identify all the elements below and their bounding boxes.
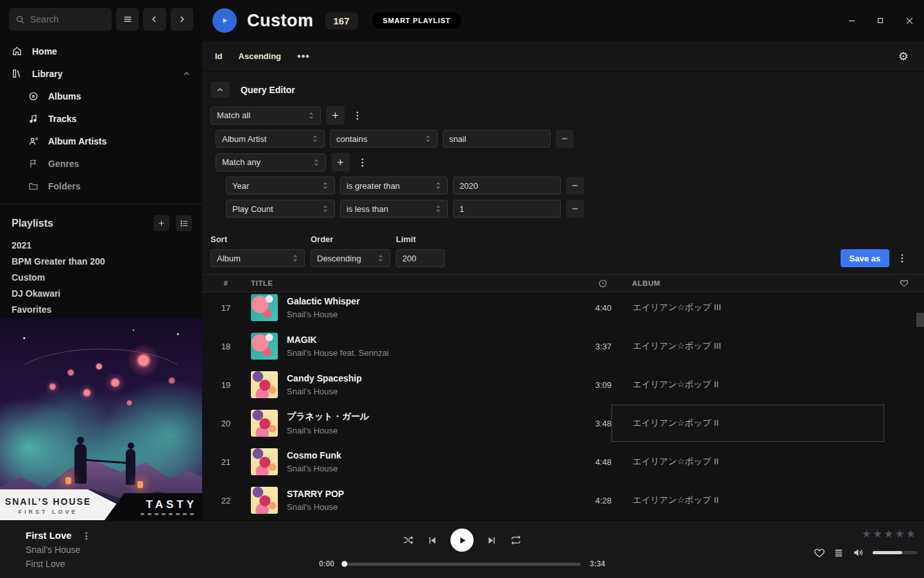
- table-row[interactable]: 20 プラネット・ガール Snail’s House 3:48 エイリアン☆ポッ…: [202, 404, 924, 442]
- table-row[interactable]: 19 Candy Spaceship Snail’s House 3:09 エイ…: [202, 365, 924, 404]
- sort-field-button[interactable]: Id: [215, 51, 223, 61]
- track-artist[interactable]: Snail’s House feat. Sennzai: [287, 348, 389, 358]
- rule-operator-select[interactable]: is greater than: [340, 177, 448, 195]
- minimize-button[interactable]: [846, 15, 857, 26]
- playlist-item[interactable]: DJ Okawari: [0, 286, 202, 302]
- chevron-updown-icon: [322, 182, 329, 189]
- sidebar-item-album-artists[interactable]: Album Artists: [0, 130, 202, 152]
- rule-field-select[interactable]: Album Artist: [216, 130, 325, 148]
- add-rule-button[interactable]: [331, 153, 350, 171]
- rule-value-input[interactable]: [453, 200, 561, 218]
- track-artist[interactable]: Snail’s House: [287, 502, 344, 512]
- group-options-button[interactable]: ⋮: [350, 107, 365, 125]
- favorite-button[interactable]: [814, 547, 825, 559]
- settings-button[interactable]: ⚙: [898, 49, 909, 64]
- track-artist[interactable]: Snail’s House: [287, 464, 341, 473]
- next-button[interactable]: [487, 536, 497, 545]
- playlist-item[interactable]: BPM Greater than 200: [0, 254, 202, 270]
- table-row[interactable]: 22 STARRY POP Snail’s House 4:28 エイリアン☆ポ…: [202, 481, 924, 520]
- remove-rule-button[interactable]: [566, 200, 584, 218]
- playlist-item[interactable]: Custom: [0, 270, 202, 286]
- playlist-item[interactable]: Favorites: [0, 302, 202, 318]
- table-row[interactable]: 18 MAGIK Snail’s House feat. Sennzai 3:3…: [202, 327, 924, 365]
- sort-select[interactable]: Album: [210, 249, 305, 267]
- save-as-button[interactable]: Save as: [841, 249, 889, 267]
- cover-lamp-left: [65, 477, 71, 484]
- limit-input[interactable]: [396, 249, 445, 267]
- column-album[interactable]: ALBUM: [612, 279, 884, 287]
- sidebar-item-library[interactable]: Library: [0, 62, 202, 85]
- track-artist[interactable]: Snail’s House: [287, 387, 362, 396]
- rule-value-input[interactable]: [453, 177, 561, 195]
- star-icon[interactable]: ★: [884, 529, 893, 539]
- previous-button[interactable]: [427, 536, 437, 545]
- album-cell[interactable]: エイリアン☆ポップ III: [612, 289, 884, 326]
- now-playing-cover[interactable]: SNAIL'S HOUSE FIRST LOVE TASTY: [0, 318, 202, 520]
- column-index[interactable]: #: [202, 279, 241, 287]
- rule-operator-select[interactable]: is less than: [340, 200, 448, 218]
- album-cell[interactable]: エイリアン☆ポップ II: [612, 443, 884, 480]
- sidebar-item-tracks[interactable]: Tracks: [0, 107, 202, 130]
- column-favorite[interactable]: [884, 279, 924, 288]
- playlist-item[interactable]: 2021: [0, 238, 202, 254]
- album-cell[interactable]: エイリアン☆ポップ II: [612, 366, 884, 403]
- mute-button[interactable]: [852, 547, 864, 559]
- sidebar-item-albums[interactable]: Albums: [0, 85, 202, 107]
- match-type-select[interactable]: Match any: [216, 153, 326, 171]
- queue-button[interactable]: [834, 548, 844, 558]
- repeat-button[interactable]: [510, 534, 522, 546]
- track-number: 17: [202, 303, 241, 313]
- cover-album-title: FIRST LOVE: [0, 509, 96, 515]
- sidebar-nav: Home Library Albums Tracks Album Artists: [0, 40, 202, 197]
- star-icon[interactable]: ★: [906, 529, 916, 539]
- sidebar-item-folders[interactable]: Folders: [0, 175, 202, 197]
- table-row[interactable]: 17 Galactic Whisper Snail’s House 4:40 エ…: [202, 288, 924, 327]
- rule-operator-select[interactable]: contains: [330, 130, 438, 148]
- seek-slider-handle[interactable]: [341, 561, 347, 567]
- match-type-select[interactable]: Match all: [210, 107, 321, 125]
- sidebar-item-genres[interactable]: Genres: [0, 152, 202, 175]
- playlist-list-button[interactable]: [176, 215, 192, 231]
- column-duration[interactable]: [560, 279, 612, 288]
- album-cell[interactable]: エイリアン☆ポップ II: [612, 482, 884, 519]
- order-select[interactable]: Descending: [311, 249, 390, 267]
- nav-forward-button[interactable]: [171, 8, 193, 31]
- track-number: 19: [202, 380, 241, 390]
- remove-rule-button[interactable]: [566, 177, 584, 195]
- star-icon[interactable]: ★: [862, 529, 871, 539]
- search-input[interactable]: Search: [9, 8, 112, 31]
- track-title: MAGIK: [287, 335, 389, 345]
- column-title[interactable]: TITLE: [241, 279, 560, 287]
- group-options-button[interactable]: ⋮: [355, 153, 370, 171]
- table-row[interactable]: 21 Cosmo Funk Snail’s House 4:48 エイリアン☆ポ…: [202, 442, 924, 481]
- shuffle-button[interactable]: [402, 534, 414, 546]
- more-options-button[interactable]: •••: [297, 51, 310, 62]
- album-cell[interactable]: エイリアン☆ポップ III: [612, 328, 884, 365]
- chevron-up-icon[interactable]: [183, 70, 191, 78]
- collapse-query-editor-button[interactable]: [210, 82, 230, 98]
- volume-slider[interactable]: [873, 551, 918, 554]
- menu-button[interactable]: [116, 8, 139, 31]
- add-rule-button[interactable]: [326, 106, 345, 125]
- sidebar-item-home[interactable]: Home: [0, 40, 202, 62]
- rule-field-select[interactable]: Year: [226, 177, 335, 195]
- play-playlist-button[interactable]: [212, 8, 237, 33]
- scrollbar-thumb[interactable]: [916, 313, 924, 327]
- maximize-button[interactable]: [875, 15, 886, 26]
- save-options-button[interactable]: ⋮: [894, 249, 910, 267]
- play-pause-button[interactable]: [450, 529, 474, 552]
- track-artist[interactable]: Snail’s House: [287, 426, 369, 435]
- album-cell[interactable]: エイリアン☆ポップ II: [612, 405, 884, 442]
- sort-order-button[interactable]: Ascending: [239, 51, 281, 61]
- nav-back-button[interactable]: [143, 8, 166, 31]
- star-icon[interactable]: ★: [873, 529, 882, 539]
- rule-value-input[interactable]: [443, 130, 551, 148]
- star-icon[interactable]: ★: [895, 529, 905, 539]
- rule-field-select[interactable]: Play Count: [226, 200, 335, 218]
- seek-slider[interactable]: [343, 563, 581, 566]
- add-playlist-button[interactable]: [153, 215, 169, 231]
- remove-rule-button[interactable]: [556, 130, 574, 148]
- close-button[interactable]: [904, 15, 914, 26]
- track-artist[interactable]: Snail’s House: [287, 310, 360, 319]
- playlist-header: Custom 167 SMART PLAYLIST: [202, 0, 924, 41]
